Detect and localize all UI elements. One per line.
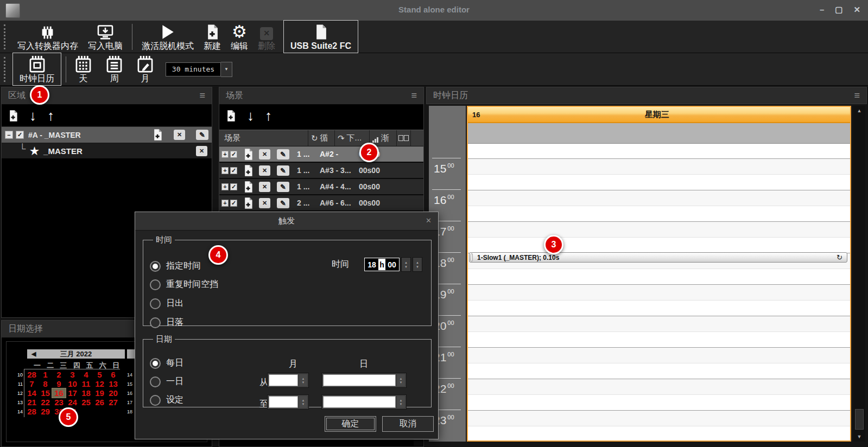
edit-scene-icon[interactable]: ✎ bbox=[277, 165, 289, 176]
time-slot[interactable] bbox=[468, 175, 850, 190]
calendar-day[interactable]: 6 bbox=[106, 370, 120, 379]
edit-zone-icon[interactable]: ✎ bbox=[196, 130, 208, 140]
delete-zone-icon[interactable]: ✕ bbox=[174, 130, 185, 140]
duplicate-scene-icon[interactable] bbox=[243, 148, 254, 161]
move-down-icon[interactable]: ↓ bbox=[29, 107, 36, 124]
calendar-day[interactable]: 29 bbox=[39, 407, 52, 416]
to-month-field[interactable]: ▲▼ bbox=[267, 394, 309, 410]
scene-checkbox[interactable]: ✓ bbox=[230, 200, 237, 207]
move-down-icon[interactable]: ↓ bbox=[247, 107, 254, 124]
maximize-button[interactable]: ▢ bbox=[835, 4, 842, 16]
calendar-day[interactable]: 25 bbox=[79, 398, 93, 407]
delete-scene-icon[interactable]: ✕ bbox=[259, 198, 270, 208]
time-slot[interactable] bbox=[468, 348, 850, 363]
toolbar-grip[interactable] bbox=[4, 24, 8, 49]
zone-child-row[interactable]: └ ★ _MASTER ✕ bbox=[2, 143, 212, 158]
calendar-day[interactable]: 23 bbox=[52, 398, 66, 407]
radio-specified-time[interactable]: 指定时间 bbox=[150, 260, 201, 272]
from-month-input[interactable] bbox=[269, 374, 298, 386]
hour-value[interactable]: 18 bbox=[365, 259, 378, 270]
calendar-nav[interactable]: ◀ 三月 2022 bbox=[27, 349, 125, 359]
calendar-day[interactable]: 5 bbox=[93, 370, 106, 379]
column-loop[interactable]: ↻ 循 bbox=[308, 130, 335, 146]
scheduled-event[interactable]: 1-Slow1 (_MASTER); 0.10s ↻ bbox=[469, 252, 847, 263]
prev-month-icon[interactable]: ◀ bbox=[31, 350, 36, 357]
time-slot[interactable] bbox=[468, 363, 850, 379]
time-slot[interactable] bbox=[468, 190, 850, 206]
calendar-day[interactable]: 2 bbox=[52, 370, 66, 379]
spin-buttons[interactable]: ▲▼ bbox=[397, 374, 405, 386]
calendar-day[interactable]: 14 bbox=[25, 388, 39, 398]
calendar-day[interactable]: 9 bbox=[52, 379, 66, 388]
calendar-day[interactable]: 16 bbox=[52, 388, 66, 398]
day-view-button[interactable]: 天 bbox=[71, 54, 96, 85]
duplicate-scene-icon[interactable] bbox=[243, 181, 254, 193]
to-month-input[interactable] bbox=[269, 396, 298, 408]
all-day-area[interactable] bbox=[468, 123, 850, 144]
radio-daily[interactable]: 每日 bbox=[150, 357, 183, 369]
dropdown-arrow-icon[interactable]: ▼ bbox=[221, 62, 232, 77]
radio-repeat-gap[interactable]: 重复时间空挡 bbox=[150, 279, 218, 290]
expand-icon[interactable]: + bbox=[221, 183, 229, 190]
time-slot[interactable] bbox=[468, 426, 850, 440]
time-slot[interactable] bbox=[468, 159, 850, 175]
scene-row[interactable]: + ✓ ✕ ✎ 1 ... A#4 - 4... 00s00 bbox=[219, 179, 423, 195]
minute-spin-buttons[interactable]: ▲ ▼ bbox=[413, 257, 422, 272]
calendar-day[interactable]: 7 bbox=[25, 379, 39, 388]
spin-buttons[interactable]: ▲▼ bbox=[397, 396, 405, 408]
time-slot[interactable] bbox=[468, 332, 850, 348]
minute-value[interactable]: 00 bbox=[385, 259, 398, 270]
radio-set-range[interactable]: 设定 bbox=[150, 394, 183, 406]
write-pc-button[interactable]: 写入电脑 bbox=[83, 21, 128, 53]
time-slot[interactable] bbox=[468, 206, 850, 222]
edit-scene-icon[interactable]: ✎ bbox=[277, 149, 289, 159]
day-header[interactable]: 16 星期三 bbox=[468, 107, 850, 123]
spin-buttons[interactable]: ▲▼ bbox=[299, 374, 307, 386]
edit-button[interactable]: ⚙ 编辑 bbox=[226, 21, 253, 53]
panel-menu-icon[interactable]: ≡ bbox=[411, 90, 417, 101]
timeline-slots[interactable] bbox=[468, 144, 850, 440]
hour-spin-buttons[interactable]: ▲ ▼ bbox=[401, 257, 411, 272]
interval-dropdown[interactable]: 30 minutes ▼ bbox=[166, 62, 232, 77]
time-slot[interactable] bbox=[468, 222, 850, 238]
delete-scene-icon[interactable]: ✕ bbox=[259, 149, 270, 159]
delete-child-icon[interactable]: ✕ bbox=[196, 146, 207, 156]
column-frames[interactable] bbox=[397, 130, 411, 146]
calendar-day[interactable]: 24 bbox=[66, 398, 79, 407]
move-up-icon[interactable]: ↑ bbox=[47, 107, 54, 124]
minimize-button[interactable]: – bbox=[820, 4, 824, 16]
radio-sunrise[interactable]: 日出 bbox=[150, 298, 183, 309]
time-spinner[interactable]: 18 h 00 bbox=[364, 258, 400, 271]
duplicate-scene-icon[interactable] bbox=[243, 197, 254, 209]
scene-row[interactable]: + ✓ ✕ ✎ 1 ... A#3 - 3... 00s00 bbox=[219, 163, 423, 179]
scroll-down-icon[interactable]: ▼ bbox=[853, 434, 865, 439]
spin-buttons[interactable]: ▲▼ bbox=[299, 396, 307, 408]
calendar-day[interactable]: 27 bbox=[106, 398, 120, 407]
time-slot[interactable] bbox=[468, 238, 850, 253]
close-button[interactable]: ✕ bbox=[853, 4, 860, 16]
calendar-day[interactable]: 15 bbox=[39, 388, 52, 398]
time-slot[interactable] bbox=[468, 144, 850, 159]
edit-scene-icon[interactable]: ✎ bbox=[277, 182, 289, 192]
add-zone-icon[interactable] bbox=[8, 110, 18, 122]
time-slot[interactable] bbox=[468, 316, 850, 332]
time-slot[interactable] bbox=[468, 411, 850, 426]
delete-scene-icon[interactable]: ✕ bbox=[259, 165, 270, 176]
zone-row-master[interactable]: − ✓ #A - _MASTER ✕ ✎ bbox=[2, 126, 212, 143]
ok-button[interactable]: 确定 bbox=[325, 416, 376, 432]
radio-one-day[interactable]: 一日 bbox=[150, 376, 183, 387]
zone-checkbox[interactable]: ✓ bbox=[16, 131, 24, 139]
toolbar-grip[interactable] bbox=[4, 57, 8, 82]
calendar-day[interactable]: 17 bbox=[66, 388, 79, 398]
edit-scene-icon[interactable]: ✎ bbox=[277, 198, 289, 208]
month-view-button[interactable]: 月 bbox=[132, 54, 158, 85]
calendar-day[interactable]: 13 bbox=[106, 379, 120, 388]
scene-checkbox[interactable]: ✓ bbox=[230, 167, 237, 174]
spin-down-icon[interactable]: ▼ bbox=[404, 265, 408, 269]
collapse-icon[interactable]: − bbox=[5, 131, 13, 139]
usb-suite-button[interactable]: USB Suite2 FC bbox=[283, 20, 358, 54]
spin-down-icon[interactable]: ▼ bbox=[416, 265, 419, 269]
calendar-day[interactable]: 26 bbox=[93, 398, 106, 407]
to-day-input[interactable] bbox=[323, 396, 396, 408]
calendar-day[interactable]: 28 bbox=[25, 370, 39, 379]
